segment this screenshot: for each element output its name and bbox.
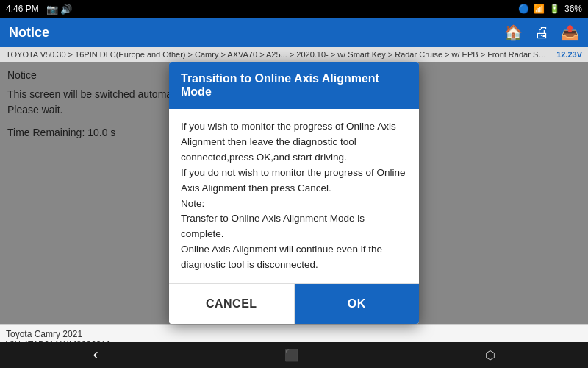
- status-bar: 4:46 PM 📷 🔊 🔵 📶 🔋 36%: [0, 0, 588, 18]
- breadcrumb-text: TOYOTA V50.30 > 16PIN DLC(Europe and Oth…: [6, 50, 551, 59]
- dialog-header: Transition to Online Axis Alignment Mode: [169, 62, 419, 109]
- time-display: 4:46 PM: [6, 4, 39, 14]
- breadcrumb: TOYOTA V50.30 > 16PIN DLC(Europe and Oth…: [0, 47, 588, 62]
- page-title: Notice: [9, 25, 49, 40]
- bottom-nav: ‹ ⬛ ⬡: [0, 342, 588, 368]
- battery-percent: 36%: [564, 4, 582, 14]
- dialog-footer: CANCEL OK: [169, 283, 419, 324]
- battery-icon: 🔋: [549, 4, 560, 14]
- bluetooth-icon: 🔵: [518, 4, 529, 14]
- cancel-button[interactable]: CANCEL: [169, 284, 295, 324]
- title-bar-icons: 🏠 🖨 📤: [504, 24, 579, 41]
- dialog-title: Transition to Online Axis Alignment Mode: [181, 72, 407, 99]
- voltage-display: 12.23V: [556, 50, 582, 59]
- dialog: Transition to Online Axis Alignment Mode…: [169, 62, 419, 324]
- dialog-body: If you wish to monitor the progress of O…: [169, 109, 419, 283]
- dialog-overlay: Transition to Online Axis Alignment Mode…: [0, 62, 588, 324]
- status-right: 🔵 📶 🔋 36%: [518, 4, 582, 14]
- ok-button[interactable]: OK: [295, 284, 420, 324]
- home-icon[interactable]: 🏠: [504, 24, 523, 41]
- title-bar: Notice 🏠 🖨 📤: [0, 18, 588, 47]
- export-icon[interactable]: 📤: [561, 24, 579, 41]
- signal-icon: 📶: [534, 4, 545, 14]
- print-icon[interactable]: 🖨: [534, 24, 549, 41]
- home-nav-button[interactable]: ⬛: [284, 348, 299, 362]
- main-content: Notice This screen will be switched auto…: [0, 62, 588, 324]
- recent-nav-button[interactable]: ⬡: [485, 348, 495, 362]
- status-icons: 📷 🔊: [46, 4, 73, 15]
- vehicle-name: Toyota Camry 2021: [6, 329, 582, 339]
- back-button[interactable]: ‹: [93, 345, 98, 364]
- status-time: 4:46 PM 📷 🔊: [6, 4, 72, 15]
